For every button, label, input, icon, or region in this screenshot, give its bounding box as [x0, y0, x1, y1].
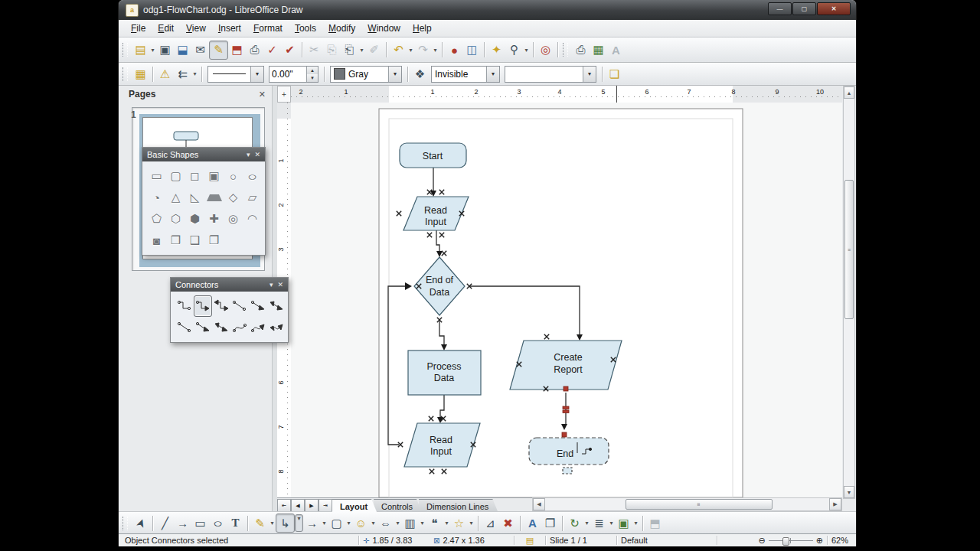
shape-rectangle-icon[interactable]: ▭ [147, 165, 166, 187]
dropdown-arrow-icon[interactable]: ▾ [419, 520, 426, 527]
edit-file-icon[interactable]: ✎ [209, 41, 228, 60]
straight-connector-ends-arrow-icon[interactable] [249, 295, 267, 317]
shape-octagon-icon[interactable]: ⬢ [185, 208, 204, 230]
find-replace-icon[interactable]: ● [446, 41, 463, 59]
new-document-icon[interactable]: ▤ [132, 41, 149, 59]
close-button[interactable]: ✕ [817, 2, 851, 15]
dropdown-arrow-icon[interactable]: ▾ [388, 67, 401, 82]
dropdown-arrow-icon[interactable]: ▾ [321, 520, 328, 527]
connector-icon[interactable]: ↳ [276, 514, 295, 533]
first-page-icon[interactable]: ⇤ [277, 499, 291, 512]
line-ends-arrow-icon[interactable]: → [174, 514, 191, 532]
dropdown-arrow-icon[interactable]: ▾ [432, 47, 439, 54]
shape-circle-pie-icon[interactable]: ◔ [147, 187, 166, 208]
shadow-icon[interactable]: ❏ [606, 65, 623, 83]
dropdown-arrow-icon[interactable]: ▾ [269, 520, 276, 527]
display-grid-icon[interactable]: ▦ [132, 65, 149, 83]
line-icon[interactable]: ╱ [156, 514, 174, 532]
spellcheck-icon[interactable]: ✓ [263, 41, 281, 59]
end-selection-handle[interactable] [563, 468, 572, 474]
tab-layout[interactable]: Layout [332, 499, 377, 512]
previous-page-icon[interactable]: ◀ [291, 499, 305, 512]
connector-with-arrows-icon[interactable] [212, 295, 230, 317]
menu-format[interactable]: Format [247, 21, 289, 36]
zoom-out-icon[interactable]: ⊖ [759, 536, 766, 546]
line-style-select[interactable]: ▾ [207, 66, 264, 83]
curve-icon[interactable]: ✎ [251, 514, 269, 532]
fill-style-select[interactable]: Invisible ▾ [431, 66, 500, 83]
curved-connector-with-arrows-icon[interactable] [267, 317, 286, 338]
shape-cylinder-icon[interactable]: ◙ [147, 230, 166, 251]
dropdown-arrow-icon[interactable]: ▾ [149, 47, 156, 54]
shape-parallelogram-icon[interactable]: ▱ [243, 187, 262, 208]
connector-ends-arrow-icon[interactable] [194, 295, 212, 317]
vertical-scrollbar[interactable]: ▲ ≡ ▼ [843, 86, 855, 499]
glue-points-icon[interactable]: ✖ [499, 514, 517, 532]
horizontal-scroll-thumb[interactable]: ≡ [626, 499, 773, 510]
block-arrows-icon[interactable]: ⇔ [377, 514, 394, 532]
dropdown-arrow-icon[interactable]: ▾ [523, 47, 530, 54]
stars-icon[interactable]: ☆ [450, 514, 468, 532]
cut-icon[interactable]: ✂ [305, 41, 323, 59]
straight-connector-with-arrows-icon[interactable] [267, 295, 286, 317]
curved-connector-ends-arrow-icon[interactable] [249, 317, 267, 338]
shape-hexagon-icon[interactable]: ⬡ [166, 208, 185, 230]
shape-pentagon-icon[interactable]: ⬠ [147, 208, 166, 230]
basic-shapes-icon[interactable]: ▢ [328, 514, 345, 532]
area-style-icon[interactable]: ❖ [411, 65, 429, 83]
toolbar-grip[interactable] [122, 43, 128, 57]
page-style[interactable]: Default [621, 536, 713, 545]
dropdown-arrow-icon[interactable]: ▾ [358, 47, 365, 54]
menu-edit[interactable]: Edit [152, 21, 180, 36]
help-icon[interactable]: ◎ [537, 41, 554, 59]
shape-cube-icon[interactable]: ❒ [166, 230, 185, 251]
zoom-in-icon[interactable]: ⊕ [816, 536, 823, 546]
dropdown-arrow-icon[interactable]: ▾ [583, 67, 596, 82]
line-color-select[interactable]: Gray ▾ [330, 66, 402, 83]
dropdown-arrow-icon[interactable]: ▾ [370, 520, 377, 527]
menu-help[interactable]: Help [407, 21, 438, 36]
redo-icon[interactable]: ↷ [414, 41, 432, 59]
tab-dimension-lines[interactable]: Dimension Lines [419, 499, 498, 512]
line-connector-with-arrows-icon[interactable] [212, 317, 230, 338]
menu-tools[interactable]: Tools [289, 21, 322, 36]
arrow-style-icon[interactable]: ⇇ [174, 65, 191, 83]
close-icon[interactable]: ✕ [277, 281, 283, 289]
line-connector-ends-arrow-icon[interactable] [194, 317, 212, 338]
dropdown-arrow-icon[interactable]: ▾ [468, 520, 475, 527]
dropdown-arrow-icon[interactable]: ▾ [632, 520, 639, 527]
horizontal-ruler[interactable]: 2 1 1 2 3 4 5 6 7 8 9 10 [291, 86, 842, 103]
dropdown-arrow-icon[interactable]: ▾ [407, 47, 414, 54]
maximize-button[interactable]: ▢ [792, 2, 816, 15]
arrange-icon[interactable]: ▣ [615, 514, 632, 532]
dropdown-arrow-icon[interactable]: ▾ [250, 67, 263, 82]
line-connector-icon[interactable] [175, 317, 194, 338]
menu-file[interactable]: File [125, 21, 152, 36]
undo-icon[interactable]: ↶ [390, 41, 407, 59]
symbol-shapes-icon[interactable]: ☺ [352, 514, 370, 532]
dropdown-arrow-icon[interactable]: ▾ [394, 520, 401, 527]
shape-ellipse-icon[interactable]: ○ [238, 165, 266, 187]
save-icon[interactable]: ⬓ [174, 41, 191, 59]
fill-color-select[interactable]: ▾ [505, 66, 596, 83]
copy-icon[interactable]: ⎘ [323, 41, 341, 59]
dropdown-arrow-icon[interactable]: ▾ [191, 70, 198, 77]
alignment-icon[interactable]: ≣ [590, 514, 608, 532]
palette-dropdown-icon[interactable]: ▾ [247, 151, 250, 158]
spin-up-icon[interactable]: ▲ [307, 67, 318, 74]
effects-icon[interactable]: ✦ [488, 41, 505, 59]
gallery-icon[interactable]: ◫ [463, 41, 481, 59]
shape-isosceles-triangle-icon[interactable]: △ [166, 187, 185, 208]
shape-folded-corner-icon[interactable]: ❑ [185, 230, 204, 251]
spin-down-icon[interactable]: ▼ [307, 74, 318, 82]
dropdown-arrow-icon[interactable]: ▾ [486, 67, 499, 82]
basic-shapes-titlebar[interactable]: Basic Shapes ▾ ✕ [142, 148, 265, 161]
group-icon[interactable]: ❐ [541, 514, 559, 532]
shape-trapezoid-icon[interactable] [204, 187, 224, 208]
menu-view[interactable]: View [180, 21, 212, 36]
format-paintbrush-icon[interactable]: ✐ [365, 41, 383, 59]
minimize-button[interactable]: — [768, 2, 792, 15]
paste-icon[interactable]: ⎗ [341, 41, 358, 59]
auto-spellcheck-icon[interactable]: ✔ [281, 41, 299, 59]
rotate-icon[interactable]: ↻ [566, 514, 583, 532]
